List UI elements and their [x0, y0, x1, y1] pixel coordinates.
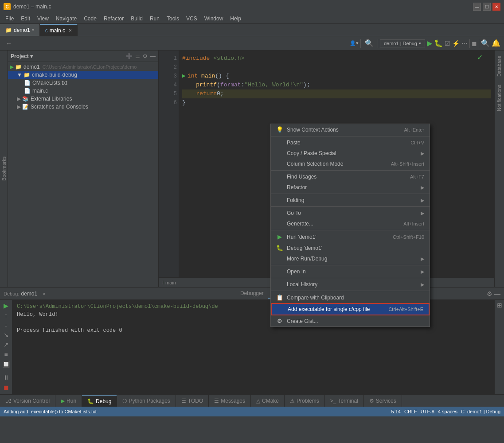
- ctx-run-demo1[interactable]: ▶ Run 'demo1' Ctrl+Shift+F10: [271, 231, 430, 242]
- maximize-button[interactable]: ☐: [483, 3, 491, 11]
- ctx-debug-demo1[interactable]: 🐛 Debug 'demo1': [271, 242, 430, 253]
- status-context[interactable]: C: demo1 | Debug: [461, 409, 500, 414]
- bottom-tab-todo[interactable]: ☰ TODO: [176, 395, 209, 407]
- debug-frames-btn[interactable]: 🔲: [1, 360, 11, 368]
- bottom-tab-cmake[interactable]: △ CMake: [251, 395, 285, 407]
- ctx-add-executable[interactable]: Add executable for single c/cpp file Ctr…: [271, 303, 430, 315]
- ctx-sep-7: [271, 278, 430, 278]
- messages-label: Messages: [221, 398, 245, 404]
- project-header-actions: ➕ ⚌ ⚙ —: [126, 53, 156, 59]
- ctx-open-in[interactable]: Open In ▶: [271, 266, 430, 277]
- ctx-go-to[interactable]: Go To ▶: [271, 208, 430, 218]
- notifications-tab[interactable]: Notifications: [495, 81, 504, 115]
- ctx-find-usages[interactable]: Find Usages Alt+F7: [271, 171, 430, 182]
- ctx-show-context-actions[interactable]: 💡 Show Context Actions Alt+Enter: [271, 124, 430, 135]
- status-charset[interactable]: UTF-8: [421, 409, 434, 414]
- stop-button[interactable]: ◼: [472, 40, 477, 47]
- tree-cmake-label: cmake-build-debug: [32, 72, 77, 78]
- breadcrumb-text: main: [165, 280, 176, 285]
- ctx-refactor[interactable]: Refactor ▶: [271, 182, 430, 193]
- file-tab-close[interactable]: ×: [69, 27, 72, 34]
- debug-minimize-button[interactable]: —: [494, 290, 500, 297]
- project-settings-button[interactable]: ⚙: [143, 53, 148, 59]
- toolbar-back-button[interactable]: ←: [4, 39, 14, 48]
- ctx-generate[interactable]: Generate... Alt+Insert: [271, 218, 430, 229]
- bottom-tab-messages[interactable]: ☰ Messages: [209, 395, 251, 407]
- bottom-tab-terminal[interactable]: >_ Terminal: [325, 395, 364, 407]
- menu-vcs[interactable]: VCS: [183, 15, 201, 23]
- project-tab[interactable]: 📁 demo1 ▾: [0, 24, 40, 36]
- tree-item-external-libs[interactable]: ▶ 📚 External Libraries: [8, 95, 158, 103]
- bottom-tab-debug[interactable]: 🐛 Debug: [82, 395, 117, 407]
- debug-tab-debugger[interactable]: Debugger: [236, 289, 268, 299]
- close-button[interactable]: ✕: [492, 3, 500, 11]
- notifications-button[interactable]: 🔔: [492, 39, 500, 47]
- status-indent[interactable]: 4 spaces: [438, 409, 457, 414]
- debug-settings-button[interactable]: ⚙: [487, 290, 492, 297]
- menu-tools[interactable]: Tools: [163, 15, 183, 23]
- debug-pause-btn[interactable]: ⏸: [2, 373, 11, 381]
- run-tab-icon: ▶: [61, 398, 65, 404]
- debug-resume-btn[interactable]: ▶: [2, 302, 10, 310]
- project-dropdown-icon[interactable]: ▾: [32, 27, 34, 32]
- ctx-column-selection[interactable]: Column Selection Mode Alt+Shift+Insert: [271, 159, 430, 169]
- database-tab[interactable]: Database: [495, 52, 504, 80]
- tree-item-main-c[interactable]: 📄 main.c: [8, 87, 158, 95]
- ctx-sep-8: [271, 291, 430, 291]
- ctx-more-run-debug[interactable]: More Run/Debug ▶: [271, 253, 430, 264]
- ctx-folding[interactable]: Folding ▶: [271, 195, 430, 206]
- menu-build[interactable]: Build: [127, 15, 146, 23]
- project-add-button[interactable]: ➕: [126, 53, 133, 59]
- file-tab-main-c[interactable]: c main.c ×: [40, 24, 78, 36]
- coverage-button[interactable]: ☑: [445, 40, 450, 47]
- status-position[interactable]: 5:14: [391, 409, 401, 414]
- ctx-paste[interactable]: Paste Ctrl+V: [271, 137, 430, 148]
- menu-view[interactable]: View: [34, 15, 52, 23]
- menu-run[interactable]: Run: [146, 15, 163, 23]
- bottom-tab-services[interactable]: ⚙ Services: [364, 395, 402, 407]
- menu-edit[interactable]: Edit: [17, 15, 34, 23]
- debug-rerun-btn[interactable]: ↺: [2, 393, 10, 394]
- debug-button[interactable]: 🐛: [434, 39, 443, 47]
- menu-refactor[interactable]: Refactor: [100, 15, 127, 23]
- tree-item-cmake-build-debug[interactable]: ▼ 📁 cmake-build-debug: [8, 71, 158, 79]
- debug-output-line-4: Process finished with exit code 0: [17, 326, 490, 334]
- menu-code[interactable]: Code: [80, 15, 100, 23]
- bottom-tab-version-control[interactable]: ⎇ Version Control: [0, 395, 55, 407]
- debug-session-close[interactable]: ×: [43, 291, 45, 296]
- debug-eval-btn[interactable]: ≡: [3, 350, 9, 358]
- debug-step-out-btn[interactable]: ↗: [2, 341, 10, 349]
- ctx-compare-clipboard[interactable]: 📋 Compare with Clipboard: [271, 292, 430, 303]
- ctx-more-run-arrow: ▶: [421, 256, 424, 262]
- tree-item-scratches[interactable]: ▶ 📝 Scratches and Consoles: [8, 103, 158, 111]
- tree-item-cmakelists[interactable]: 📄 CMakeLists.txt: [8, 79, 158, 87]
- debug-up-btn[interactable]: ↑: [3, 311, 9, 319]
- project-align-button[interactable]: ⚌: [135, 53, 140, 59]
- find-button[interactable]: 🔍: [481, 39, 490, 47]
- ctx-local-history[interactable]: Local History ▶: [271, 279, 430, 290]
- ctx-run-label: Run 'demo1': [287, 234, 316, 240]
- debug-step-into-btn[interactable]: ↘: [2, 331, 10, 339]
- debug-step-over-btn[interactable]: ↓: [3, 321, 9, 329]
- ctx-create-gist[interactable]: ⚙ Create Gist...: [271, 315, 430, 326]
- minimize-button[interactable]: —: [473, 3, 481, 11]
- toolbar-search-button[interactable]: 🔍: [363, 38, 376, 49]
- menu-navigate[interactable]: Navigate: [52, 15, 80, 23]
- ctx-copy-paste-special[interactable]: Copy / Paste Special ▶: [271, 148, 430, 159]
- debug-stop-btn[interactable]: ◼: [2, 383, 10, 391]
- run-button[interactable]: ▶: [427, 39, 432, 47]
- menu-help[interactable]: Help: [227, 15, 245, 23]
- bottom-tab-python-packages[interactable]: ⬡ Python Packages: [117, 395, 176, 407]
- profile-button[interactable]: ⚡: [452, 40, 460, 47]
- debug-layout-btn[interactable]: ⊞: [497, 302, 502, 309]
- bookmarks-label[interactable]: Bookmarks: [1, 156, 7, 181]
- more-actions-button[interactable]: ⋯: [461, 40, 468, 47]
- menu-file[interactable]: File: [2, 15, 17, 23]
- run-config[interactable]: demo1 | Debug ▾: [380, 39, 425, 47]
- menu-window[interactable]: Window: [201, 15, 227, 23]
- tree-item-demo1[interactable]: ▶ 📁 demo1 C:\Users\Administrator\CLionPr…: [8, 63, 158, 71]
- tabbar: 📁 demo1 ▾ c main.c ×: [0, 24, 504, 36]
- bottom-tab-run[interactable]: ▶ Run: [55, 395, 82, 407]
- project-close-button[interactable]: —: [150, 53, 156, 59]
- bottom-tab-problems[interactable]: ⚠ Problems: [285, 395, 325, 407]
